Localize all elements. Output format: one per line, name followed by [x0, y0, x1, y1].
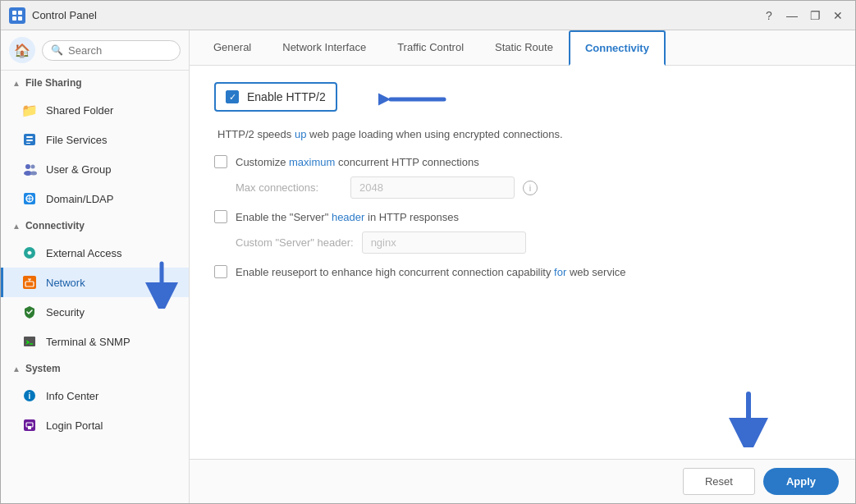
search-icon: 🔍 — [51, 44, 63, 56]
arrow-down-network — [141, 259, 182, 312]
domain-icon — [21, 190, 38, 207]
sidebar-item-user-group[interactable]: User & Group — [1, 154, 189, 184]
tab-bar: General Network Interface Traffic Contro… — [190, 30, 855, 66]
reuseport-checkbox[interactable] — [214, 265, 227, 278]
custom-server-label: Custom "Server" header: — [236, 236, 354, 249]
bottom-bar: Reset Apply — [190, 459, 855, 503]
tab-network-interface[interactable]: Network Interface — [267, 30, 382, 66]
sidebar-item-info-center[interactable]: i Info Center — [1, 381, 189, 410]
svg-rect-3 — [18, 16, 22, 21]
server-header-label: Enable the "Server" header in HTTP respo… — [236, 211, 459, 223]
svg-text:i: i — [29, 392, 31, 401]
svg-rect-0 — [12, 11, 16, 15]
svg-rect-6 — [26, 140, 33, 141]
security-icon — [21, 304, 38, 320]
tab-static-route[interactable]: Static Route — [479, 30, 569, 66]
reset-button[interactable]: Reset — [683, 468, 755, 495]
info-tooltip-icon[interactable]: i — [523, 181, 538, 195]
enable-http2-row: ✓ Enable HTTP/2 — [214, 82, 337, 112]
main-content: 🏠 🔍 ▲ File Sharing 📁 Shared Folder — [1, 30, 855, 503]
sidebar-item-shared-folder[interactable]: 📁 Shared Folder — [1, 95, 189, 125]
tab-connectivity[interactable]: Connectivity — [569, 30, 666, 66]
reuseport-label: Enable reuseport to enhance high concurr… — [236, 266, 626, 278]
max-connections-input[interactable] — [350, 176, 515, 199]
home-button[interactable]: 🏠 — [9, 37, 35, 63]
tab-traffic-control[interactable]: Traffic Control — [382, 30, 479, 66]
max-connections-label: Max connections: — [236, 181, 342, 194]
maximize-button[interactable]: ❐ — [806, 7, 824, 25]
server-header-checkbox[interactable] — [214, 210, 227, 223]
enable-http2-section: ✓ Enable HTTP/2 — [214, 82, 337, 120]
section-system[interactable]: ▲ System — [1, 356, 189, 381]
server-header-row: Enable the "Server" header in HTTP respo… — [214, 210, 831, 223]
search-box: 🔍 — [42, 40, 181, 61]
file-services-icon — [21, 131, 38, 148]
custom-server-header-row: Custom "Server" header: — [236, 231, 831, 254]
folder-icon: 📁 — [21, 102, 38, 118]
section-connectivity[interactable]: ▲ Connectivity — [1, 213, 189, 238]
external-access-icon — [21, 245, 38, 261]
window-controls: ? — ❐ ✕ — [760, 7, 847, 25]
svg-rect-1 — [18, 11, 22, 15]
user-group-icon — [21, 161, 38, 177]
info-icon: i — [21, 387, 38, 404]
title-bar: Control Panel ? — ❐ ✕ — [1, 1, 855, 30]
sidebar-item-login-portal[interactable]: Login Portal — [1, 410, 189, 440]
svg-point-11 — [30, 172, 37, 176]
section-file-sharing[interactable]: ▲ File Sharing — [1, 71, 189, 95]
network-row-wrap: Network — [1, 268, 189, 297]
svg-rect-5 — [26, 136, 33, 138]
customize-connections-checkbox[interactable] — [214, 155, 227, 168]
panel-content: ✓ Enable HTTP/2 — [190, 66, 855, 459]
arrow-left-http2 — [378, 79, 452, 123]
customize-connections-label: Customize maximum concurrent HTTP connec… — [236, 156, 479, 168]
reuseport-row: Enable reuseport to enhance high concurr… — [214, 265, 831, 278]
customize-connections-row: Customize maximum concurrent HTTP connec… — [214, 155, 831, 168]
sidebar-item-file-services[interactable]: File Services — [1, 125, 189, 154]
custom-server-input[interactable] — [362, 231, 526, 254]
minimize-button[interactable]: — — [783, 7, 801, 25]
help-button[interactable]: ? — [760, 7, 778, 25]
chevron-icon: ▲ — [12, 79, 21, 88]
apply-button[interactable]: Apply — [763, 468, 839, 495]
arrow-down-apply — [724, 390, 773, 451]
close-button[interactable]: ✕ — [829, 7, 847, 25]
svg-rect-21 — [24, 337, 35, 346]
svg-point-17 — [28, 251, 31, 254]
sidebar: 🏠 🔍 ▲ File Sharing 📁 Shared Folder — [1, 30, 190, 503]
http2-description: HTTP/2 speeds up web page loading when u… — [217, 128, 831, 140]
svg-rect-7 — [26, 143, 30, 144]
network-icon — [21, 274, 38, 291]
chevron-icon-connectivity: ▲ — [12, 222, 21, 231]
enable-http2-checkbox[interactable]: ✓ — [226, 90, 239, 103]
sidebar-item-domain-ldap[interactable]: Domain/LDAP — [1, 184, 189, 213]
search-input[interactable] — [68, 44, 172, 57]
app-icon — [9, 7, 25, 24]
window-title: Control Panel — [32, 9, 760, 21]
svg-rect-27 — [28, 426, 31, 429]
right-panel: General Network Interface Traffic Contro… — [190, 30, 855, 503]
svg-point-10 — [31, 165, 35, 169]
max-connections-row: Max connections: i — [236, 176, 831, 199]
enable-http2-label: Enable HTTP/2 — [247, 90, 326, 103]
chevron-icon-system: ▲ — [12, 364, 21, 373]
tab-general[interactable]: General — [198, 30, 267, 66]
sidebar-item-terminal-snmp[interactable]: Terminal & SNMP — [1, 327, 189, 356]
svg-point-8 — [25, 164, 30, 169]
login-icon — [21, 417, 38, 433]
control-panel-window: Control Panel ? — ❐ ✕ 🏠 🔍 ▲ File Sharing — [0, 0, 856, 504]
terminal-icon — [21, 333, 38, 350]
svg-rect-2 — [12, 16, 16, 21]
